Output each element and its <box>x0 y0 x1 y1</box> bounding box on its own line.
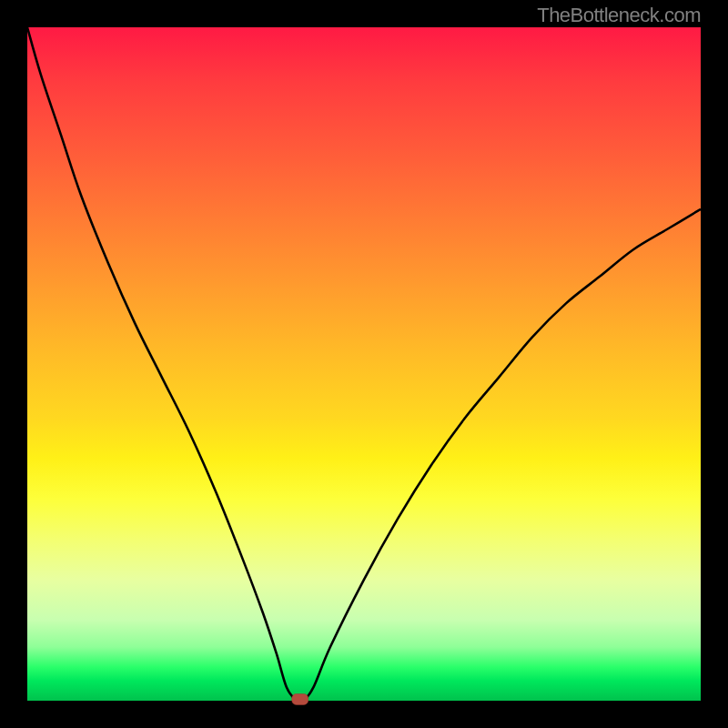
watermark-label: TheBottleneck.com <box>537 4 701 27</box>
chart-frame: TheBottleneck.com <box>0 0 728 728</box>
optimal-marker <box>292 694 308 705</box>
plot-area <box>27 27 701 701</box>
mismatch-curve <box>27 27 701 703</box>
curve-svg <box>27 27 701 701</box>
